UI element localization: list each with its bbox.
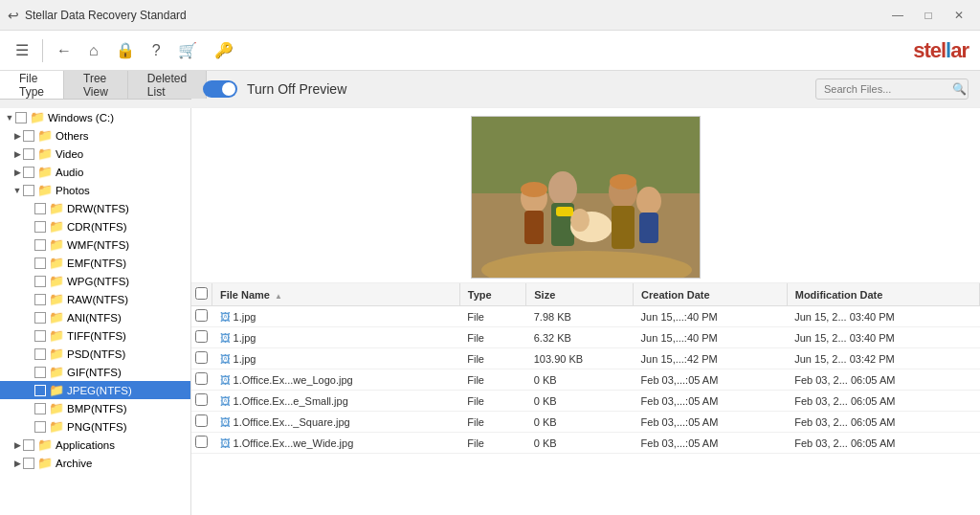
file-icon: 🖼 xyxy=(220,437,231,449)
table-row: 🖼 1.Office.Ex...e_Small.jpg File 0 KB Fe… xyxy=(191,391,980,412)
row-checkbox[interactable] xyxy=(191,348,212,369)
sidebar-item-windows-c[interactable]: ▼ 📁 Windows (C:) xyxy=(0,108,190,126)
checkbox[interactable] xyxy=(23,439,34,451)
sidebar-item-tiff[interactable]: 📁 TIFF(NTFS) xyxy=(0,326,190,345)
checkbox[interactable] xyxy=(34,367,46,378)
row-filename: 🖼 1.Office.Ex...we_Logo.jpg xyxy=(212,369,460,391)
item-label: PNG(NTFS) xyxy=(67,421,127,433)
sidebar-item-emf[interactable]: 📁 EMF(NTFS) xyxy=(0,254,190,272)
row-filename: 🖼 1.jpg xyxy=(212,327,460,348)
sidebar-item-psd[interactable]: 📁 PSD(NTFS) xyxy=(0,345,190,363)
toolbar-divider xyxy=(42,39,43,62)
sidebar-item-wpg[interactable]: 📁 WPG(NTFS) xyxy=(0,272,190,290)
checkbox[interactable] xyxy=(34,330,46,342)
sidebar-item-video[interactable]: ▶ 📁 Video xyxy=(0,145,190,163)
sidebar-item-applications[interactable]: ▶ 📁 Applications xyxy=(0,436,190,454)
checkbox[interactable] xyxy=(34,294,46,305)
tab-tree-view[interactable]: Tree View xyxy=(64,71,128,99)
checkbox[interactable] xyxy=(34,385,46,396)
menu-icon[interactable]: ☰ xyxy=(11,37,33,63)
minimize-button[interactable]: — xyxy=(884,6,911,25)
checkbox[interactable] xyxy=(23,167,34,178)
cart-icon[interactable]: 🛒 xyxy=(174,37,201,63)
row-select-checkbox[interactable] xyxy=(195,330,208,343)
svg-rect-1 xyxy=(472,117,701,193)
select-all-checkbox[interactable] xyxy=(195,287,208,300)
sidebar-item-audio[interactable]: ▶ 📁 Audio xyxy=(0,163,190,181)
sidebar-item-drw[interactable]: 📁 DRW(NTFS) xyxy=(0,199,190,217)
preview-svg xyxy=(472,117,701,279)
sidebar-item-archive[interactable]: ▶ 📁 Archive xyxy=(0,454,190,472)
sidebar-item-raw[interactable]: 📁 RAW(NTFS) xyxy=(0,290,190,308)
close-button[interactable]: ✕ xyxy=(946,6,972,25)
checkbox[interactable] xyxy=(15,112,27,123)
checkbox[interactable] xyxy=(23,130,34,142)
home-icon[interactable]: ⌂ xyxy=(85,38,102,63)
row-checkbox[interactable] xyxy=(191,433,212,454)
search-input[interactable] xyxy=(824,83,948,95)
checkbox[interactable] xyxy=(34,276,46,287)
sidebar-item-jpeg[interactable]: 📁 JPEG(NTFS) xyxy=(0,381,190,399)
tab-file-type[interactable]: File Type xyxy=(0,71,64,99)
maximize-button[interactable]: □ xyxy=(915,6,942,25)
table-row: 🖼 1.Office.Ex...we_Wide.jpg File 0 KB Fe… xyxy=(191,433,980,454)
lock-icon[interactable]: 🔒 xyxy=(112,37,139,63)
sidebar-item-wmf[interactable]: 📁 WMF(NTFS) xyxy=(0,235,190,254)
row-created: Jun 15,...:40 PM xyxy=(634,306,788,327)
file-icon: 🖼 xyxy=(220,416,231,428)
sidebar-item-gif[interactable]: 📁 GIF(NTFS) xyxy=(0,363,190,381)
sidebar-item-others[interactable]: ▶ 📁 Others xyxy=(0,126,190,145)
checkbox[interactable] xyxy=(23,185,34,196)
row-filename: 🖼 1.Office.Ex...we_Wide.jpg xyxy=(212,433,460,454)
item-label: Applications xyxy=(56,439,115,451)
col-size[interactable]: Size xyxy=(526,283,634,306)
svg-point-14 xyxy=(636,187,661,215)
search-box[interactable]: 🔍 xyxy=(815,78,969,100)
svg-rect-5 xyxy=(524,211,544,244)
row-select-checkbox[interactable] xyxy=(195,372,208,385)
row-select-checkbox[interactable] xyxy=(195,436,208,448)
row-select-checkbox[interactable] xyxy=(195,393,208,406)
row-checkbox[interactable] xyxy=(191,369,212,391)
expand-arrow: ▶ xyxy=(11,168,23,177)
col-type[interactable]: Type xyxy=(459,283,526,306)
preview-toggle[interactable] xyxy=(203,80,237,98)
sidebar-item-png[interactable]: 📁 PNG(NTFS) xyxy=(0,417,190,436)
row-created: Feb 03,...:05 AM xyxy=(634,433,788,454)
folder-icon: 📁 xyxy=(49,401,64,415)
col-filename[interactable]: File Name ▲ xyxy=(212,283,460,306)
sidebar: ▼ 📁 Windows (C:) ▶ 📁 Others ▶ 📁 Video xyxy=(0,108,191,515)
row-select-checkbox[interactable] xyxy=(195,309,208,322)
checkbox[interactable] xyxy=(34,421,46,433)
row-checkbox[interactable] xyxy=(191,327,212,348)
help-icon[interactable]: ? xyxy=(148,38,165,63)
checkbox[interactable] xyxy=(34,239,46,251)
row-checkbox[interactable] xyxy=(191,306,212,327)
col-creation[interactable]: Creation Date xyxy=(634,283,788,306)
sidebar-item-ani[interactable]: 📁 ANI(NTFS) xyxy=(0,308,190,326)
row-checkbox[interactable] xyxy=(191,391,212,412)
row-filename: 🖼 1.Office.Ex...e_Small.jpg xyxy=(212,391,460,412)
row-select-checkbox[interactable] xyxy=(195,414,208,427)
sidebar-item-bmp[interactable]: 📁 BMP(NTFS) xyxy=(0,399,190,417)
checkbox[interactable] xyxy=(34,258,46,269)
checkbox[interactable] xyxy=(34,312,46,324)
row-select-checkbox[interactable] xyxy=(195,351,208,364)
back-icon[interactable]: ← xyxy=(53,38,76,63)
checkbox[interactable] xyxy=(23,458,34,469)
sidebar-item-cdr[interactable]: 📁 CDR(NTFS) xyxy=(0,217,190,235)
checkbox[interactable] xyxy=(23,148,34,160)
checkbox[interactable] xyxy=(34,203,46,214)
table-row: 🖼 1.jpg File 6.32 KB Jun 15,...:40 PM Ju… xyxy=(191,327,980,348)
folder-icon: 📁 xyxy=(49,310,64,325)
item-label: RAW(NTFS) xyxy=(67,294,128,305)
sidebar-item-photos[interactable]: ▼ 📁 Photos xyxy=(0,181,190,199)
tab-bar: File Type Tree View Deleted List xyxy=(0,71,191,100)
checkbox[interactable] xyxy=(34,348,46,360)
col-modification[interactable]: Modification Date xyxy=(787,283,979,306)
row-checkbox[interactable] xyxy=(191,412,212,433)
folder-icon: 📁 xyxy=(49,328,64,343)
key-icon[interactable]: 🔑 xyxy=(211,37,237,63)
checkbox[interactable] xyxy=(34,221,46,233)
checkbox[interactable] xyxy=(34,403,46,414)
